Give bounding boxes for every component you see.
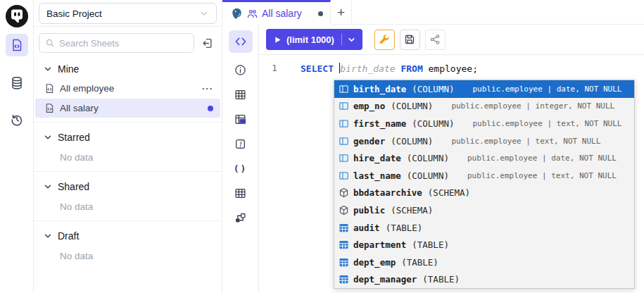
more-options-icon[interactable]: ··· (202, 83, 213, 94)
column-icon (338, 101, 349, 112)
line-number: 1 (272, 63, 277, 73)
divider (34, 171, 222, 172)
code-line: SELECT birth_date FROM employee; (301, 63, 478, 74)
column-icon (338, 135, 349, 146)
section-starred[interactable]: Starred (34, 128, 222, 146)
project-selector[interactable]: Basic Project (39, 3, 217, 24)
autocomplete-item[interactable]: emp_no(COLUMN)public.employee | integer,… (334, 98, 634, 116)
autocomplete-kind: (TABLE) (422, 274, 460, 285)
search-input[interactable] (59, 38, 188, 49)
play-icon (274, 36, 282, 44)
autocomplete-detail: public.employee | date, NOT NULL (467, 154, 617, 163)
divider (34, 220, 222, 221)
section-shared[interactable]: Shared (34, 177, 222, 196)
functions-icon[interactable]: f (233, 136, 248, 151)
column-icon (338, 118, 349, 129)
shared-users-icon (247, 8, 258, 19)
autocomplete-item[interactable]: hire_date(COLUMN)public.employee | date,… (334, 149, 634, 167)
autocomplete-detail: public.employee | text, NOT NULL (451, 137, 600, 146)
table-icon (338, 222, 349, 233)
autocomplete-label: gender (353, 136, 385, 146)
autocomplete-item[interactable]: audit(TABLE) (334, 219, 634, 237)
chevron-down-icon[interactable] (347, 35, 356, 44)
section-mine[interactable]: Mine (34, 60, 222, 78)
project-row: Basic Project (34, 0, 222, 27)
sql-editor-app: Basic Project Mine All employee ··· (0, 0, 644, 293)
svg-text:f: f (239, 139, 242, 147)
sheet-icon (44, 103, 55, 113)
autocomplete-kind: (TABLE) (412, 239, 449, 250)
autocomplete-item[interactable]: gender(COLUMN)public.employee | text, NO… (334, 132, 634, 150)
autocomplete-item[interactable]: birth_date(COLUMN)public.employee | date… (334, 80, 634, 98)
autocomplete-label: emp_no (353, 101, 385, 111)
autocomplete-item[interactable]: public(SCHEMA) (334, 201, 634, 219)
editor-toolbar: (limit 1000) (259, 25, 644, 55)
sheets-sidebar: Basic Project Mine All employee ··· (34, 0, 222, 293)
run-query-button[interactable]: (limit 1000) (266, 29, 362, 50)
section-draft[interactable]: Draft (34, 227, 222, 245)
sheet-item-label: All salary (60, 103, 203, 113)
chevron-down-icon (44, 182, 52, 191)
unsaved-dot-icon (318, 11, 323, 16)
autocomplete-label: last_name (353, 170, 401, 181)
autocomplete-dropdown: birth_date(COLUMN)public.employee | date… (334, 80, 635, 289)
sheet-item-all-employee[interactable]: All employee ··· (35, 79, 220, 98)
save-button[interactable] (400, 30, 420, 50)
schema-icon (338, 187, 349, 199)
tab-all-salary[interactable]: All salary (222, 0, 331, 25)
autocomplete-kind: (COLUMN) (407, 153, 449, 163)
worksheets-rail-icon[interactable] (6, 34, 28, 56)
autocomplete-kind: (TABLE) (386, 223, 423, 233)
section-label: Mine (58, 63, 79, 75)
admin-wrench-button[interactable] (374, 30, 395, 50)
autocomplete-kind: (TABLE) (401, 257, 438, 268)
sheet-icon (44, 83, 55, 94)
share-button[interactable] (425, 30, 446, 50)
section-label: Starred (58, 132, 90, 143)
autocomplete-label: department (353, 239, 406, 250)
autocomplete-item[interactable]: last_name(COLUMN)public.employee | text,… (334, 167, 634, 185)
code-panel-icon[interactable] (229, 30, 253, 53)
sheet-item-label: All employee (60, 83, 197, 94)
sql-code-editor[interactable]: 1 SELECT birth_date FROM employee; birth… (259, 55, 644, 293)
schema-icon (338, 204, 349, 216)
info-icon[interactable] (233, 62, 248, 77)
chevron-down-icon (44, 232, 52, 240)
search-row (34, 33, 222, 53)
run-label: (limit 1000) (286, 35, 334, 45)
autocomplete-item[interactable]: bbdataarchive(SCHEMA) (334, 185, 634, 202)
editor-side-rail: f () (222, 25, 259, 293)
autocomplete-kind: (SCHEMA) (428, 187, 470, 198)
autocomplete-label: audit (353, 223, 380, 233)
table-data-masking-icon[interactable] (233, 111, 248, 127)
code-token-ghost: birth_date (340, 63, 395, 74)
databases-rail-icon[interactable] (6, 72, 28, 94)
autocomplete-label: dept_emp (353, 257, 396, 268)
schema-diagram-icon[interactable] (233, 210, 248, 225)
tab-bar: All salary + (222, 0, 644, 25)
autocomplete-label: public (353, 205, 385, 216)
external-tables-icon[interactable] (233, 185, 248, 201)
divider (34, 122, 222, 123)
autocomplete-item[interactable]: first_name(COLUMN)public.employee | text… (334, 115, 634, 132)
autocomplete-label: dept_manager (353, 274, 417, 285)
column-icon (338, 83, 349, 94)
sheets-tree: Mine All employee ··· All salary Starred… (34, 60, 222, 261)
table-icon (338, 239, 349, 251)
new-tab-button[interactable]: + (331, 0, 352, 25)
autocomplete-item[interactable]: dept_emp(TABLE) (334, 254, 634, 271)
chevron-down-icon (44, 133, 52, 142)
project-selector-value: Basic Project (46, 8, 102, 19)
parens-glyph: () (234, 163, 248, 174)
autocomplete-detail: public.employee | text, NOT NULL (472, 119, 621, 128)
import-sheet-icon[interactable] (197, 33, 217, 53)
bytebase-logo[interactable] (5, 4, 29, 28)
postgresql-icon (231, 8, 243, 20)
tables-icon[interactable] (233, 87, 248, 102)
sheet-item-all-salary[interactable]: All salary (35, 99, 220, 118)
procedures-icon[interactable]: () (233, 161, 248, 176)
autocomplete-item[interactable]: dept_manager(TABLE) (334, 271, 634, 289)
autocomplete-item[interactable]: department(TABLE) (334, 236, 634, 254)
history-rail-icon[interactable] (6, 108, 28, 131)
autocomplete-kind: (COLUMN) (412, 84, 454, 94)
